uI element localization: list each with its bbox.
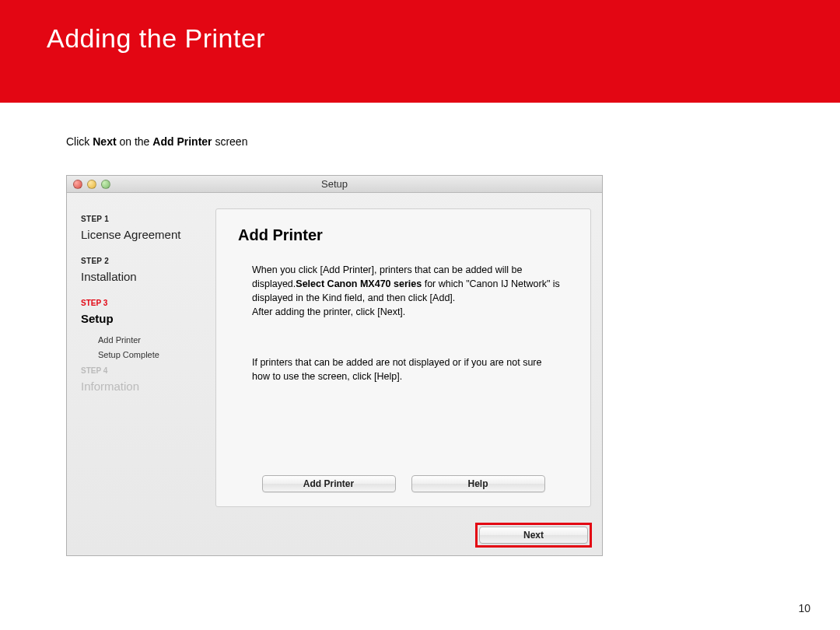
add-printer-panel: Add Printer When you click [Add Printer]…: [215, 208, 591, 507]
step2-name: Installation: [81, 270, 211, 283]
step3-name: Setup: [81, 312, 211, 325]
step2-label: STEP 2: [81, 257, 211, 265]
page-title: Adding the Printer: [47, 23, 793, 54]
text-bold: Add Printer: [152, 135, 212, 148]
help-button[interactable]: Help: [411, 475, 545, 492]
text: on the: [117, 135, 153, 148]
instruction-text: Click Next on the Add Printer screen: [66, 135, 840, 148]
paragraph-1: When you click [Add Printer], printers t…: [252, 263, 561, 320]
setup-window: Setup STEP 1 License Agreement STEP 2 In…: [66, 175, 603, 556]
text: After adding the printer, click [Next].: [252, 306, 405, 317]
text: screen: [212, 135, 248, 148]
substep-add-printer: Add Printer: [98, 333, 211, 348]
step4-label: STEP 4: [81, 366, 211, 375]
step1-label: STEP 1: [81, 215, 211, 223]
setup-sidebar: STEP 1 License Agreement STEP 2 Installa…: [67, 193, 211, 555]
step4-name: Information: [81, 380, 211, 393]
step3-label: STEP 3: [81, 299, 211, 307]
add-printer-button[interactable]: Add Printer: [262, 475, 396, 492]
step3-substeps: Add Printer Setup Complete: [98, 333, 211, 362]
next-button-container: Next: [475, 523, 592, 548]
text-bold: Next: [93, 135, 116, 148]
step1-name: License Agreement: [81, 228, 211, 241]
window-title: Setup: [67, 178, 602, 190]
window-titlebar: Setup: [67, 176, 602, 193]
substep-complete: Setup Complete: [98, 348, 211, 362]
main-pane: Add Printer When you click [Add Printer]…: [211, 193, 602, 555]
next-button[interactable]: Next: [479, 527, 588, 544]
panel-title: Add Printer: [238, 226, 569, 244]
next-highlight: Next: [475, 523, 592, 548]
window-body: STEP 1 License Agreement STEP 2 Installa…: [67, 193, 602, 555]
page-number: 10: [798, 602, 810, 614]
slide-header: Adding the Printer: [0, 0, 840, 103]
text-bold: Select Canon MX470 series: [296, 278, 422, 289]
panel-body: When you click [Add Printer], printers t…: [238, 263, 569, 383]
paragraph-2: If printers that can be added are not di…: [252, 355, 561, 383]
text: Click: [66, 135, 93, 148]
panel-button-row: Add Printer Help: [216, 475, 590, 492]
